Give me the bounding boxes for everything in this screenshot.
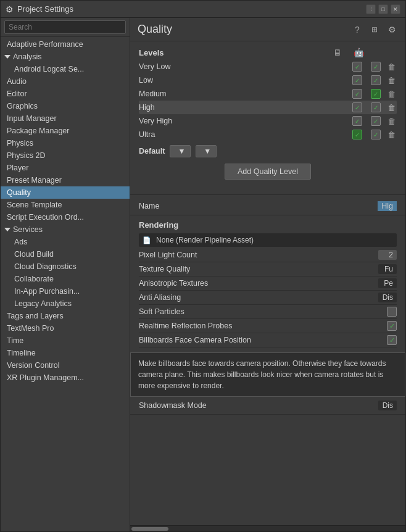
sidebar-item-version-control[interactable]: Version Control: [1, 359, 130, 372]
setting-row-anisotropic: Anisotropic Textures Pe: [139, 276, 397, 291]
sidebar-item-legacy-analytics[interactable]: Legacy Analytics: [1, 297, 130, 310]
name-row: Name Hig: [130, 197, 405, 215]
setting-row-anti-aliasing: Anti Aliasing Dis: [139, 291, 397, 305]
sidebar-item-physics[interactable]: Physics: [1, 137, 130, 149]
maximize-button[interactable]: □: [378, 4, 388, 14]
quality-name-very-low: Very Low: [139, 62, 352, 71]
checkbox-ultra-android[interactable]: ✓: [371, 130, 381, 139]
checkbox-soft-particles[interactable]: [387, 307, 397, 317]
tooltip-text: Make billboards face towards camera posi…: [138, 359, 386, 390]
quality-name-ultra: Ultra: [139, 130, 352, 139]
layout-icon-button[interactable]: ⊞: [368, 23, 381, 36]
quality-row-very-low: Very Low ✓ ✓ 🗑: [139, 60, 397, 73]
sidebar-item-cloud-build[interactable]: Cloud Build: [1, 248, 130, 260]
platform-icons: 🖥 🤖: [331, 48, 365, 57]
sidebar-item-player[interactable]: Player: [1, 162, 130, 174]
window-icon: ⚙: [6, 4, 14, 14]
checkbox-very-high-android[interactable]: ✓: [371, 116, 381, 126]
sidebar-item-ads[interactable]: Ads: [1, 236, 130, 248]
sidebar-group-services[interactable]: Services: [1, 223, 130, 236]
menu-dots-button[interactable]: ⋮: [366, 4, 376, 14]
delete-high-button[interactable]: 🗑: [386, 102, 397, 113]
setting-value-texture-quality: Fu: [378, 264, 397, 274]
default-label: Default: [139, 147, 165, 156]
delete-low-button[interactable]: 🗑: [386, 75, 397, 86]
default-android-dropdown[interactable]: ▼: [196, 145, 217, 157]
checkbox-realtime-reflection[interactable]: ✓: [387, 321, 397, 331]
delete-ultra-button[interactable]: 🗑: [386, 129, 397, 140]
default-pc-dropdown[interactable]: ▼: [170, 145, 191, 157]
sidebar-item-android-logcat[interactable]: Android Logcat Se...: [1, 63, 130, 75]
checkbox-ultra-pc[interactable]: ✓: [352, 130, 362, 139]
delete-very-low-button[interactable]: 🗑: [386, 61, 397, 72]
checkbox-very-low-android[interactable]: ✓: [371, 62, 381, 72]
checkbox-medium-pc[interactable]: ✓: [352, 89, 362, 99]
checkbox-medium-android[interactable]: ✓: [371, 89, 381, 99]
quality-row-ultra: Ultra ✓ ✓ 🗑: [139, 128, 397, 141]
sidebar-item-scene-template[interactable]: Scene Template: [1, 199, 130, 211]
checkbox-very-low-pc[interactable]: ✓: [352, 62, 362, 72]
checkbox-low-android[interactable]: ✓: [371, 75, 381, 85]
sidebar-item-audio[interactable]: Audio: [1, 75, 130, 88]
sidebar-item-cloud-diagnostics[interactable]: Cloud Diagnostics: [1, 260, 130, 273]
sidebar-item-preset-manager[interactable]: Preset Manager: [1, 174, 130, 186]
setting-label-texture-quality: Texture Quality: [139, 265, 378, 273]
horizontal-scroll-thumb[interactable]: [131, 527, 168, 531]
search-input[interactable]: [4, 20, 126, 34]
sidebar-item-tags-layers[interactable]: Tags and Layers: [1, 310, 130, 322]
name-label: Name: [139, 202, 378, 210]
title-bar-controls: ⋮ □ ✕: [366, 4, 400, 14]
add-quality-level-button[interactable]: Add Quality Level: [225, 164, 311, 180]
name-value: Hig: [378, 201, 397, 211]
sidebar-item-quality[interactable]: Quality: [1, 186, 130, 199]
checkbox-high-pc[interactable]: ✓: [352, 102, 362, 112]
sidebar-item-script-execution[interactable]: Script Execution Ord...: [1, 211, 130, 223]
horizontal-scrollbar[interactable]: [130, 525, 405, 531]
sidebar-item-in-app-purchasing[interactable]: In-App Purchasin...: [1, 285, 130, 297]
sidebar-item-package-manager[interactable]: Package Manager: [1, 125, 130, 137]
levels-label: Levels: [139, 48, 326, 57]
setting-label-anti-aliasing: Anti Aliasing: [139, 293, 378, 302]
quality-row-high: High ✓ ✓ 🗑: [139, 101, 397, 114]
sidebar-item-adaptive-performance[interactable]: Adaptive Performance: [1, 38, 130, 51]
quality-row-very-high: Very High ✓ ✓ 🗑: [139, 114, 397, 128]
quality-row-low: Low ✓ ✓ 🗑: [139, 73, 397, 87]
settings-icon-button[interactable]: ⚙: [386, 23, 398, 36]
help-icon-button[interactable]: ?: [351, 23, 363, 36]
sidebar-item-time[interactable]: Time: [1, 335, 130, 347]
right-panel: Quality ? ⊞ ⚙ Levels 🖥 🤖: [130, 18, 405, 531]
title-bar: ⚙ Project Settings ⋮ □ ✕: [1, 1, 405, 18]
quality-checks-low: ✓ ✓: [352, 75, 381, 85]
quality-name-very-high: Very High: [139, 117, 352, 125]
setting-label-pixel-light: Pixel Light Count: [139, 251, 378, 259]
setting-label-anisotropic: Anisotropic Textures: [139, 279, 378, 288]
setting-row-soft-particles: Soft Particles: [139, 305, 397, 319]
checkbox-low-pc[interactable]: ✓: [352, 75, 362, 85]
rendering-title: Rendering: [139, 220, 397, 230]
delete-very-high-button[interactable]: 🗑: [386, 115, 397, 127]
sidebar-item-editor[interactable]: Editor: [1, 88, 130, 100]
sidebar-item-xr-plugin[interactable]: XR Plugin Managem...: [1, 372, 130, 384]
sidebar-item-graphics[interactable]: Graphics: [1, 100, 130, 112]
desktop-platform-icon: 🖥: [331, 48, 344, 57]
quality-name-high: High: [139, 103, 352, 112]
checkbox-billboards[interactable]: ✓: [387, 335, 397, 345]
sidebar-item-textmesh[interactable]: TextMesh Pro: [1, 322, 130, 335]
checkbox-high-android[interactable]: ✓: [371, 102, 381, 112]
sidebar-item-timeline[interactable]: Timeline: [1, 347, 130, 359]
none-asset-label: None (Render Pipeline Asset): [151, 236, 259, 244]
close-button[interactable]: ✕: [391, 4, 400, 14]
sidebar-group-analysis[interactable]: Analysis: [1, 51, 130, 63]
title-bar-left: ⚙ Project Settings: [6, 4, 73, 14]
sidebar-group-analysis-label: Analysis: [13, 52, 42, 61]
sidebar-item-physics-2d[interactable]: Physics 2D: [1, 149, 130, 162]
checkbox-very-high-pc[interactable]: ✓: [352, 116, 362, 126]
project-settings-window: ⚙ Project Settings ⋮ □ ✕ Adaptive Perfor…: [0, 0, 406, 532]
rendering-section: Rendering 📄 None (Render Pipeline Asset)…: [130, 215, 405, 352]
sidebar-item-input-manager[interactable]: Input Manager: [1, 112, 130, 125]
sidebar-item-collaborate[interactable]: Collaborate: [1, 273, 130, 285]
setting-value-shadowmask: Dis: [378, 401, 397, 410]
quality-checks-very-low: ✓ ✓: [352, 62, 381, 72]
delete-medium-button[interactable]: 🗑: [386, 88, 397, 99]
setting-row-billboards: Billboards Face Camera Position ✓: [139, 333, 397, 347]
